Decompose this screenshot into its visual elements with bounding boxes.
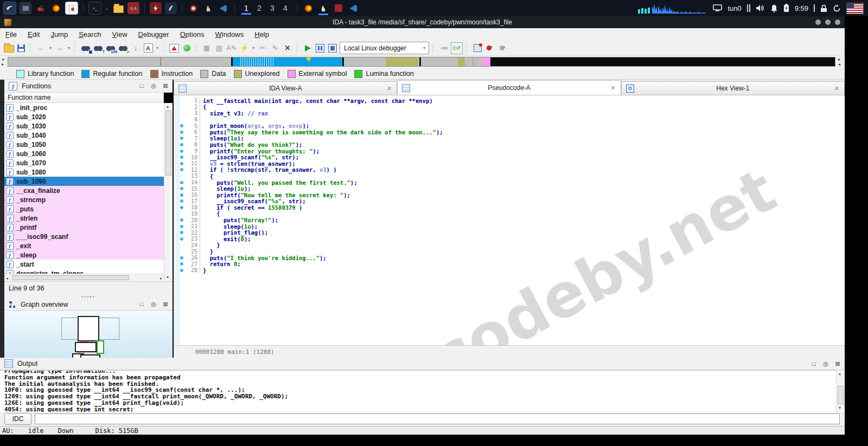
code-line[interactable]: 10 __isoc99_scanf("%s", str); bbox=[179, 154, 845, 160]
code-line[interactable]: 2{ bbox=[179, 104, 845, 111]
menu-options[interactable]: Options bbox=[175, 28, 210, 41]
menu-windows[interactable]: Windows bbox=[210, 28, 250, 41]
breakpoint-dot[interactable] bbox=[179, 256, 184, 260]
flowchart-icon[interactable] bbox=[169, 43, 180, 54]
code-line[interactable]: 14 puts("Well, you passed the first test… bbox=[179, 179, 845, 186]
breakpoint-dot[interactable] bbox=[179, 156, 184, 159]
function-row[interactable]: f_start bbox=[4, 260, 164, 269]
code-line[interactable]: 25 } bbox=[179, 248, 845, 255]
code-line[interactable]: 18 if ( secret == 15580379 ) bbox=[179, 204, 845, 211]
menu-edit[interactable]: Edit bbox=[22, 28, 45, 41]
breakpoint-dot[interactable] bbox=[179, 131, 184, 134]
burp-icon[interactable]: S.A bbox=[127, 2, 139, 14]
attach-process-icon[interactable]: ⇥c bbox=[438, 43, 449, 54]
vscode-launcher-icon[interactable] bbox=[218, 2, 229, 14]
back-history-caret[interactable]: ▾ bbox=[48, 46, 53, 50]
text-editor-icon[interactable] bbox=[65, 2, 78, 15]
code-line[interactable]: 8 puts("What do you think?"); bbox=[179, 141, 845, 148]
breakpoint-dot[interactable] bbox=[179, 137, 184, 140]
navigate-forward-icon[interactable]: → bbox=[54, 43, 65, 54]
breakpoint-list-icon[interactable] bbox=[472, 43, 483, 54]
panel-float-icon[interactable]: ◎ bbox=[150, 82, 157, 89]
menu-file[interactable]: File bbox=[0, 28, 22, 41]
code-line[interactable]: 3 size_t v3; // rax bbox=[179, 110, 845, 117]
breakpoint-dot[interactable] bbox=[179, 143, 184, 146]
code-line[interactable]: 11 v3 = strlen(true_asnwer); bbox=[179, 160, 845, 167]
code-line[interactable]: 4 bbox=[179, 117, 845, 123]
jump-address-icon[interactable]: ↓ bbox=[130, 43, 141, 54]
files-icon[interactable] bbox=[20, 2, 31, 14]
breakpoint-dot[interactable] bbox=[179, 199, 184, 203]
breakpoint-dot[interactable] bbox=[179, 225, 184, 228]
clock[interactable]: 9:59 bbox=[795, 4, 808, 12]
navigate-back-icon[interactable]: ← bbox=[36, 43, 47, 54]
scroll-left-icon[interactable]: ◂ bbox=[6, 276, 8, 281]
workspace-1[interactable]: 1 bbox=[240, 2, 253, 15]
terminal-icon[interactable]: >_ bbox=[88, 2, 101, 15]
panel-splitter[interactable]: ••••• bbox=[4, 295, 173, 299]
zap-tool-icon[interactable] bbox=[150, 2, 162, 14]
network-graph[interactable] bbox=[637, 2, 707, 15]
panel-float-icon[interactable]: ◎ bbox=[150, 301, 157, 308]
search-immediate-icon[interactable]: 105 bbox=[105, 43, 116, 54]
patch-icon[interactable]: ⚡ bbox=[239, 43, 250, 54]
tab-ida-view-a[interactable]: IDA View-A✕ bbox=[174, 81, 397, 95]
code-line[interactable]: 13 { bbox=[179, 173, 845, 179]
logout-icon[interactable] bbox=[833, 4, 841, 12]
function-row[interactable]: fsub_1080 bbox=[4, 167, 164, 177]
debugger-selector[interactable]: Local Linux debugger ▾ bbox=[340, 42, 429, 54]
breakpoint-dot[interactable] bbox=[179, 206, 184, 209]
code-line[interactable]: 28} bbox=[179, 267, 845, 274]
breakpoint-dot[interactable] bbox=[179, 262, 184, 266]
patch-caret[interactable]: ▾ bbox=[251, 46, 256, 50]
scroll-down-icon[interactable]: ▾ bbox=[839, 405, 841, 411]
cherrytree-icon[interactable] bbox=[35, 2, 47, 14]
function-row[interactable]: fsub_1030 bbox=[4, 121, 164, 131]
function-row[interactable]: fsub_1020 bbox=[4, 112, 164, 121]
output-log[interactable]: Propagating type information... Function… bbox=[0, 370, 836, 412]
display-icon[interactable] bbox=[713, 4, 722, 12]
terminal-dropdown-caret[interactable]: ⌄ bbox=[105, 6, 109, 11]
edit-function-icon[interactable]: ▧ bbox=[214, 43, 225, 54]
save-icon[interactable] bbox=[16, 43, 27, 54]
function-row[interactable]: fsub_1050 bbox=[4, 140, 164, 149]
function-row[interactable]: fderegister_tm_clones bbox=[4, 269, 164, 274]
tab-close-icon[interactable]: ✕ bbox=[610, 85, 620, 92]
window-button-firefox[interactable] bbox=[302, 2, 314, 14]
menu-help[interactable]: Help bbox=[249, 28, 275, 41]
breakpoint-dot[interactable] bbox=[179, 124, 184, 127]
band-scroll-left-icon[interactable]: ◂ bbox=[2, 57, 4, 62]
window-button-ida[interactable] bbox=[317, 2, 329, 14]
code-line[interactable]: 22 print_flag(); bbox=[179, 229, 845, 236]
output-panel-header[interactable]: Output □ ◎ ⊠ bbox=[0, 358, 845, 370]
breakpoint-dot[interactable] bbox=[179, 150, 184, 153]
function-row[interactable]: fsub_1060 bbox=[4, 149, 164, 158]
maltego-icon[interactable] bbox=[165, 2, 177, 14]
debugger-pause-icon[interactable] bbox=[315, 43, 326, 54]
function-row[interactable]: f_init_proc bbox=[4, 103, 164, 112]
debugger-stop-icon[interactable] bbox=[327, 43, 338, 54]
undefine-icon[interactable]: ✂ bbox=[257, 43, 268, 54]
code-line[interactable]: 17 __isoc99_scanf("%s", str); bbox=[179, 198, 845, 205]
minimize-button[interactable] bbox=[815, 20, 821, 25]
functions-horizontal-scrollbar[interactable]: ◂ ▸ bbox=[4, 274, 164, 281]
code-line[interactable]: 15 sleep(1u); bbox=[179, 185, 845, 192]
function-row[interactable]: f__cxa_finalize bbox=[4, 186, 164, 195]
forward-history-caret[interactable]: ▾ bbox=[67, 46, 71, 50]
scroll-up-icon[interactable]: ▴ bbox=[839, 371, 841, 377]
debugger-start-icon[interactable] bbox=[302, 43, 313, 54]
battery-icon[interactable] bbox=[783, 4, 789, 12]
folder-icon[interactable] bbox=[112, 2, 124, 14]
pseudocode-view[interactable]: codeby.net 1int __fastcall main(int argc… bbox=[174, 95, 845, 345]
create-function-icon[interactable]: ▦ bbox=[201, 43, 212, 54]
workspace-4[interactable]: 4 bbox=[279, 2, 292, 15]
code-line[interactable]: 23 exit(0); bbox=[179, 236, 845, 242]
code-line[interactable]: 20 puts("Hurray!"); bbox=[179, 217, 845, 223]
band-scroll-right-icon[interactable]: ▸ bbox=[838, 57, 840, 62]
workspace-2[interactable]: 2 bbox=[253, 2, 266, 15]
code-line[interactable]: 26 puts("I think you're kidding..."); bbox=[179, 255, 845, 261]
code-line[interactable]: 1int __fastcall main(int argc, const cha… bbox=[179, 98, 845, 104]
keyboard-layout-flag[interactable] bbox=[846, 3, 864, 14]
panel-restore-icon[interactable]: □ bbox=[138, 301, 145, 308]
window-button-vscode[interactable] bbox=[348, 2, 360, 14]
